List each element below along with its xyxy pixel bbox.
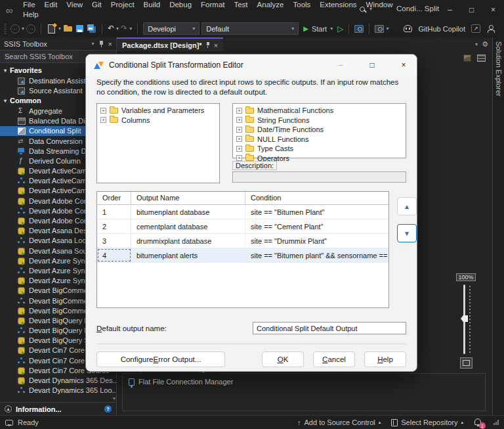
new-project-icon[interactable]	[47, 24, 56, 34]
package-icon[interactable]	[463, 55, 471, 62]
menu-test[interactable]: Test	[229, 0, 252, 10]
expand-icon[interactable]: +	[236, 127, 242, 133]
connection-manager-item[interactable]: Flat File Connection Manager	[123, 374, 485, 390]
scrollbar-down-icon[interactable]: ▾	[113, 395, 116, 401]
redo-dropdown-icon[interactable]: ▾	[129, 26, 132, 32]
cell-output-name[interactable]: bitumenplant database	[131, 205, 245, 219]
share-icon[interactable]: ↗	[471, 24, 480, 33]
menu-help[interactable]: Help	[18, 10, 43, 20]
expand-icon[interactable]: +	[236, 155, 242, 161]
cell-condition[interactable]: site == "Cement Plant"	[245, 219, 388, 233]
tree-item-variables[interactable]: + Variables and Parameters	[97, 106, 219, 116]
menu-git[interactable]: Git	[87, 0, 106, 10]
tree-item-string-functions[interactable]: + String Functions	[233, 116, 406, 125]
tab-list-icon[interactable]: ▾	[475, 41, 478, 47]
toolbar-grip[interactable]	[4, 24, 7, 34]
cell-condition[interactable]: site == "Drummix Plant"	[245, 234, 388, 248]
notifications-button[interactable]: 1	[474, 418, 483, 427]
cell-order[interactable]: 2	[97, 219, 131, 233]
toolbox-item[interactable]: Devart Dynamics 365 Loo...	[0, 386, 116, 395]
fit-to-window-button[interactable]	[460, 357, 472, 369]
menu-build[interactable]: Build	[139, 0, 165, 10]
dialog-minimize-button[interactable]: –	[327, 55, 354, 76]
parameters-icon[interactable]	[477, 55, 486, 62]
tab-package-dtsx[interactable]: Package.dtsx [Design]* ×	[117, 37, 223, 51]
undo-icon[interactable]: ↶	[108, 24, 114, 34]
help-button[interactable]: Help	[364, 351, 406, 367]
tab-solution-explorer[interactable]: Solution Explorer	[495, 41, 503, 415]
expand-icon[interactable]: +	[100, 108, 106, 114]
menu-file[interactable]: File	[18, 0, 40, 10]
back-dropdown-icon[interactable]: ▾	[22, 26, 24, 32]
expand-icon[interactable]: +	[236, 136, 242, 142]
cancel-button[interactable]: Cancel	[313, 351, 355, 367]
new-dropdown-icon[interactable]: ▾	[58, 26, 61, 32]
expand-icon[interactable]: +	[236, 108, 242, 114]
move-down-button[interactable]: ▼	[397, 224, 417, 242]
save-icon[interactable]	[75, 24, 85, 34]
toolbox-item[interactable]: Devart Dynamics 365 Des...	[0, 375, 116, 385]
chevron-down-icon[interactable]: ▾	[386, 26, 388, 32]
tree-item-columns[interactable]: + Columns	[97, 116, 219, 125]
redo-icon[interactable]: ↷	[121, 24, 127, 34]
close-button[interactable]: ×	[482, 0, 504, 20]
menu-debug[interactable]: Debug	[165, 0, 196, 10]
save-all-icon[interactable]	[87, 24, 96, 34]
move-up-button[interactable]: ▲	[397, 197, 417, 215]
solution-platform-dropdown[interactable]: Default ▾	[201, 22, 299, 35]
tab-close-icon[interactable]: ×	[214, 41, 218, 49]
cell-output-name[interactable]: drummixplant database	[131, 234, 245, 248]
zoom-slider[interactable]	[461, 284, 471, 354]
search-control[interactable]: ▾	[360, 6, 372, 12]
menu-view[interactable]: View	[62, 0, 87, 10]
menu-analyze[interactable]: Analyze	[253, 0, 289, 10]
navigate-forward-button[interactable]: →	[26, 24, 35, 34]
cell-order[interactable]: 3	[97, 234, 131, 248]
cell-order[interactable]: 4	[97, 248, 131, 262]
expand-icon[interactable]: +	[236, 146, 242, 152]
package-debug-icon[interactable]	[354, 25, 364, 33]
select-repository-button[interactable]: Select Repository ▴	[391, 418, 463, 426]
tree-item-null-functions[interactable]: + NULL Functions	[233, 135, 406, 145]
menu-format[interactable]: Format	[196, 0, 229, 10]
window-layout-icon[interactable]	[375, 25, 384, 33]
expand-icon[interactable]: +	[236, 117, 242, 123]
open-file-icon[interactable]	[63, 24, 73, 34]
tab-pin-icon[interactable]	[206, 42, 210, 49]
cell-output-name[interactable]: cementplant database	[131, 219, 245, 233]
menu-tools[interactable]: Tools	[288, 0, 315, 10]
help-icon[interactable]: ?	[104, 405, 112, 413]
solution-configuration-dropdown[interactable]: Developi ▾	[143, 22, 200, 35]
cell-condition[interactable]: site == "Bitumen plant" && sensorname ==…	[245, 248, 388, 262]
grid-row[interactable]: 1 bitumenplant database site == "Bitumen…	[97, 205, 388, 219]
tree-item-type-casts[interactable]: + Type Casts	[233, 144, 406, 154]
default-output-input[interactable]	[253, 322, 406, 334]
undo-dropdown-icon[interactable]: ▾	[116, 26, 119, 32]
menu-edit[interactable]: Edit	[40, 0, 62, 10]
dialog-maximize-button[interactable]: □	[359, 55, 385, 76]
column-header-output-name[interactable]: Output Name	[131, 192, 245, 204]
grid-row[interactable]: 3 drummixplant database site == "Drummix…	[97, 234, 388, 248]
gear-icon[interactable]: ⚙	[482, 40, 488, 49]
tree-item-datetime-functions[interactable]: + Date/Time Functions	[233, 125, 406, 135]
zoom-slider-thumb[interactable]	[461, 315, 468, 322]
feedback-icon[interactable]	[5, 420, 13, 426]
start-without-debug-icon[interactable]: ▷	[337, 24, 343, 34]
menu-project[interactable]: Project	[106, 0, 139, 10]
expand-icon[interactable]: +	[100, 117, 106, 123]
github-copilot-label[interactable]: GitHub Copilot	[418, 25, 465, 33]
tree-item-mathematical-functions[interactable]: + Mathematical Functions	[233, 106, 406, 116]
pin-icon[interactable]	[99, 40, 104, 48]
start-debug-button[interactable]: ▶ Start ▾	[301, 25, 335, 33]
menu-extensions[interactable]: Extensions	[315, 0, 361, 10]
ok-button[interactable]: OK	[262, 351, 304, 367]
grid-row[interactable]: 2 cementplant database site == "Cement P…	[97, 219, 388, 234]
dialog-close-button[interactable]: ×	[390, 55, 417, 76]
panel-close-icon[interactable]: ×	[108, 40, 112, 48]
column-header-condition[interactable]: Condition	[245, 192, 388, 204]
cell-output-name[interactable]: bitumenplant alerts	[131, 248, 245, 262]
information-footer[interactable]: ▴ Information... ?	[0, 402, 116, 415]
maximize-button[interactable]: □	[461, 0, 482, 20]
panel-menu-icon[interactable]: ▾	[92, 41, 94, 47]
grid-row-selected[interactable]: 4 bitumenplant alerts site == "Bitumen p…	[97, 248, 388, 263]
